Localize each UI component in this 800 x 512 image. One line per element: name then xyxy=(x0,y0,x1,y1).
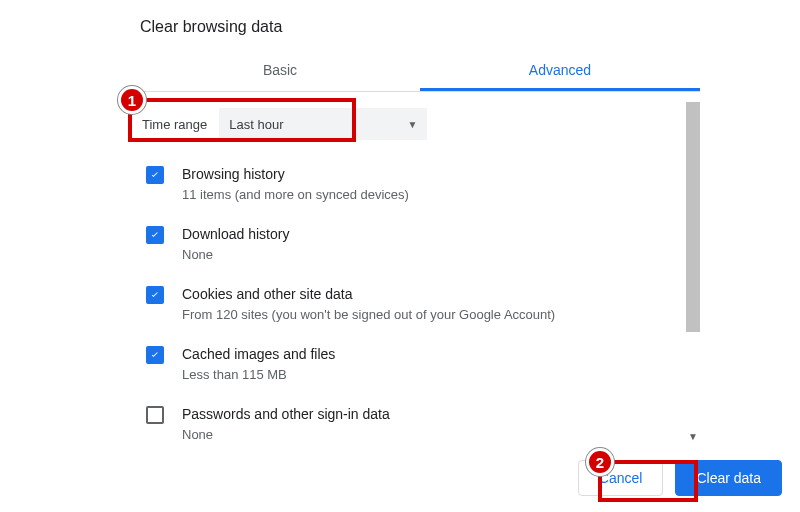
scroll-down-icon[interactable]: ▼ xyxy=(686,430,700,444)
dialog-title: Clear browsing data xyxy=(140,18,700,36)
list-item-subtitle: None xyxy=(182,246,289,264)
clear-data-button[interactable]: Clear data xyxy=(675,460,782,496)
list-item: Browsing history11 items (and more on sy… xyxy=(140,154,676,214)
checkbox[interactable] xyxy=(146,166,164,184)
tab-advanced[interactable]: Advanced xyxy=(420,50,700,91)
clear-browsing-data-dialog: Clear browsing data Basic Advanced Time … xyxy=(140,18,700,452)
tabs: Basic Advanced xyxy=(140,50,700,92)
list-item: Cookies and other site dataFrom 120 site… xyxy=(140,274,676,334)
scrollbar[interactable]: ▼ xyxy=(686,102,700,442)
options-list: Browsing history11 items (and more on sy… xyxy=(140,154,700,452)
list-item-subtitle: From 120 sites (you won't be signed out … xyxy=(182,306,555,324)
chevron-down-icon: ▼ xyxy=(407,119,417,130)
list-item-text: Passwords and other sign-in dataNone xyxy=(182,404,390,444)
time-range-select[interactable]: Last hour ▼ xyxy=(219,108,427,140)
list-item-title: Cached images and files xyxy=(182,344,335,364)
time-range-value: Last hour xyxy=(229,117,283,132)
list-item-title: Cookies and other site data xyxy=(182,284,555,304)
list-item: Cached images and filesLess than 115 MB xyxy=(140,334,676,394)
list-item-text: Browsing history11 items (and more on sy… xyxy=(182,164,409,204)
list-item-text: Cookies and other site dataFrom 120 site… xyxy=(182,284,555,324)
list-item-text: Cached images and filesLess than 115 MB xyxy=(182,344,335,384)
checkbox[interactable] xyxy=(146,406,164,424)
list-item-subtitle: 11 items (and more on synced devices) xyxy=(182,186,409,204)
list-item-text: Download historyNone xyxy=(182,224,289,264)
list-item-title: Passwords and other sign-in data xyxy=(182,404,390,424)
list-item-subtitle: None xyxy=(182,426,390,444)
checkbox[interactable] xyxy=(146,346,164,364)
time-range-label: Time range xyxy=(142,117,207,132)
list-item-title: Browsing history xyxy=(182,164,409,184)
tab-basic[interactable]: Basic xyxy=(140,50,420,91)
cancel-button[interactable]: Cancel xyxy=(578,460,664,496)
list-item-title: Download history xyxy=(182,224,289,244)
list-item: Download historyNone xyxy=(140,214,676,274)
scrollbar-thumb[interactable] xyxy=(686,102,700,332)
list-item: Passwords and other sign-in dataNone xyxy=(140,394,676,452)
dialog-body: Time range Last hour ▼ Browsing history1… xyxy=(140,92,700,452)
list-item-subtitle: Less than 115 MB xyxy=(182,366,335,384)
dialog-footer: Cancel Clear data xyxy=(578,460,782,496)
time-range-row: Time range Last hour ▼ xyxy=(140,92,700,154)
checkbox[interactable] xyxy=(146,226,164,244)
checkbox[interactable] xyxy=(146,286,164,304)
